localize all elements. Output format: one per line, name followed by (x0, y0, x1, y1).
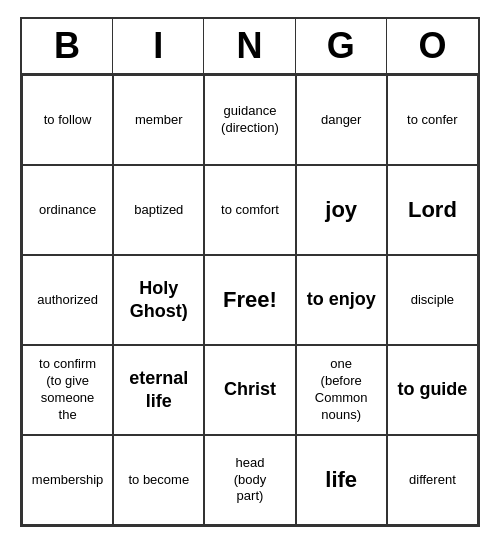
bingo-cell-21: to become (113, 435, 204, 525)
header-letter-N: N (204, 19, 295, 73)
bingo-cell-14: disciple (387, 255, 478, 345)
bingo-cell-3: danger (296, 75, 387, 165)
bingo-cell-23: life (296, 435, 387, 525)
bingo-cell-5: ordinance (22, 165, 113, 255)
bingo-cell-15: to confirm(to givesomeonethe (22, 345, 113, 435)
bingo-cell-16: eternallife (113, 345, 204, 435)
bingo-cell-20: membership (22, 435, 113, 525)
bingo-grid: to followmemberguidance(direction)danger… (22, 75, 478, 525)
bingo-cell-9: Lord (387, 165, 478, 255)
bingo-card: BINGO to followmemberguidance(direction)… (20, 17, 480, 527)
bingo-cell-13: to enjoy (296, 255, 387, 345)
header-letter-G: G (296, 19, 387, 73)
bingo-cell-7: to comfort (204, 165, 295, 255)
bingo-cell-19: to guide (387, 345, 478, 435)
bingo-cell-24: different (387, 435, 478, 525)
bingo-cell-17: Christ (204, 345, 295, 435)
bingo-cell-6: baptized (113, 165, 204, 255)
bingo-header: BINGO (22, 19, 478, 75)
bingo-cell-12: Free! (204, 255, 295, 345)
bingo-cell-1: member (113, 75, 204, 165)
header-letter-O: O (387, 19, 478, 73)
bingo-cell-10: authorized (22, 255, 113, 345)
bingo-cell-8: joy (296, 165, 387, 255)
header-letter-B: B (22, 19, 113, 73)
bingo-cell-22: head(bodypart) (204, 435, 295, 525)
bingo-cell-4: to confer (387, 75, 478, 165)
bingo-cell-2: guidance(direction) (204, 75, 295, 165)
header-letter-I: I (113, 19, 204, 73)
bingo-cell-0: to follow (22, 75, 113, 165)
bingo-cell-11: Holy Ghost) (113, 255, 204, 345)
bingo-cell-18: one(beforeCommonnouns) (296, 345, 387, 435)
